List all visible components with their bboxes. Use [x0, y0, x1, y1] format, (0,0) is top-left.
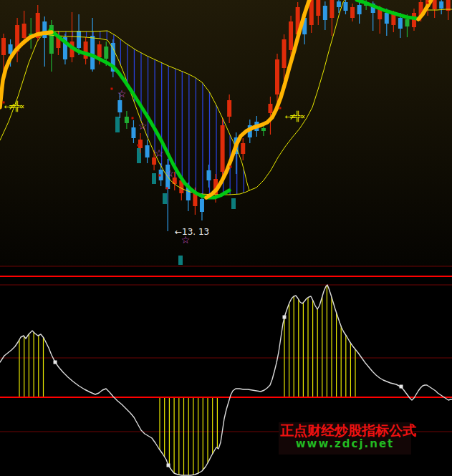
teal-bar — [115, 117, 120, 132]
candle-body — [391, 14, 395, 25]
candle-body — [227, 100, 231, 117]
candle-body — [97, 44, 102, 57]
candle-body — [405, 19, 409, 26]
candle-body — [357, 5, 362, 14]
star-marker: ☆ — [117, 88, 127, 99]
signal-dot — [230, 166, 232, 168]
candle-body — [104, 47, 108, 59]
teal-bar — [163, 193, 167, 204]
candle-body — [131, 127, 135, 138]
candle-body — [77, 31, 81, 48]
signal-dot — [427, 2, 429, 4]
candle-body — [9, 44, 13, 54]
signal-dot — [166, 188, 168, 190]
candle-body — [323, 6, 327, 20]
candle-body — [22, 24, 27, 38]
candle-body — [200, 199, 204, 212]
candle-body — [207, 170, 211, 180]
teal-bar — [152, 173, 156, 184]
star-marker: ☆ — [155, 147, 164, 159]
candle-body — [84, 42, 88, 59]
star-marker: ☆ — [138, 120, 148, 132]
teal-bar — [231, 198, 236, 209]
candle-body — [330, 0, 334, 18]
candle-body — [398, 18, 403, 29]
candle-body — [42, 21, 47, 38]
signal-dot — [159, 175, 161, 177]
candle-body — [221, 125, 225, 172]
candle-body — [90, 36, 95, 69]
signal-dot — [3, 102, 5, 104]
signal-dot — [132, 117, 134, 120]
price-panel-bg — [0, 0, 452, 266]
candle-body — [275, 59, 279, 94]
candle-body — [439, 1, 443, 9]
chart-window: ☆☆☆☆☆ ←13. 13 ←≠╬∝ ←≠╬∝ 正点财经炒股指标公式 www.z… — [0, 0, 452, 476]
candle-body — [344, 2, 348, 11]
candle-body — [433, 0, 437, 9]
candle-body — [117, 100, 122, 112]
candle-body — [337, 1, 341, 7]
signal-square — [283, 316, 287, 319]
signal-square — [400, 385, 403, 389]
star-marker: ☆ — [165, 167, 175, 179]
candle-body — [138, 140, 143, 148]
candle-body — [350, 7, 355, 18]
signal-dot — [138, 145, 140, 147]
candle-body — [385, 13, 389, 24]
candle-body — [289, 21, 293, 50]
signal-square — [167, 464, 170, 467]
candle-body — [282, 39, 287, 68]
candle-body — [241, 143, 245, 154]
star-marker: ☆ — [181, 234, 191, 246]
teal-bar — [178, 256, 183, 265]
signal-square — [54, 361, 57, 364]
candle-body — [268, 104, 272, 113]
candle-body — [316, 0, 320, 16]
stock-chart: ☆☆☆☆☆ — [0, 0, 452, 476]
signal-dot — [111, 88, 113, 90]
candle-body — [1, 38, 6, 55]
candle-body — [125, 117, 129, 123]
candle-body — [145, 145, 150, 157]
signal-dot — [279, 107, 282, 110]
candle-body — [261, 128, 266, 131]
oscillator-panel-bg — [0, 266, 452, 476]
